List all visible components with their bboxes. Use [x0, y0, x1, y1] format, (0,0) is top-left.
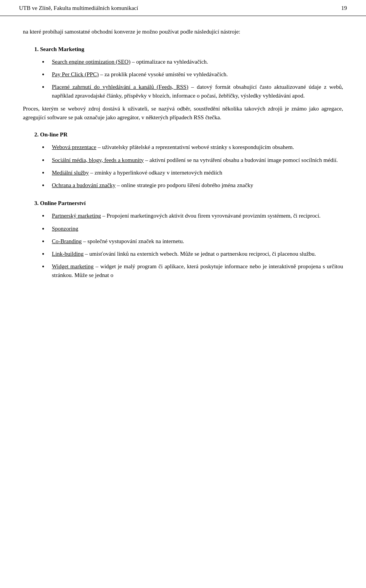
bullet-icon: •	[42, 181, 49, 191]
bullet-icon: •	[42, 168, 49, 178]
section-2: 2. On-line PR • Webová prezentace – uživ…	[23, 130, 343, 191]
section-2-heading: 2. On-line PR	[34, 130, 343, 139]
bullet-icon: •	[42, 58, 49, 67]
bullet-icon: •	[42, 262, 49, 272]
bullet-icon: •	[42, 211, 49, 221]
section-1-heading: 1. Search Marketing	[34, 45, 343, 54]
header-title: UTB ve Zlíně, Fakulta multimediálních ko…	[19, 4, 138, 13]
page-header: UTB ve Zlíně, Fakulta multimediálních ko…	[0, 0, 366, 16]
item-underline: Link-building	[52, 251, 83, 257]
list-item: • Link-building – umisťování linků na ex…	[23, 250, 343, 259]
bullet-icon: •	[42, 237, 49, 247]
item-underline: Search engine optimization (SEO)	[52, 59, 130, 65]
item-underline: Sociální média, blogy, feeds a komunity	[52, 157, 144, 163]
item-underline: Ochrana a budování značky	[52, 182, 116, 188]
item-text: Co-Branding – společné vystupování znače…	[52, 237, 343, 246]
list-item: • Mediální služby – zmínky a hyperlinkov…	[23, 168, 343, 178]
list-item: • Sponzoring	[23, 224, 343, 234]
bullet-icon: •	[42, 83, 49, 92]
section-3-heading: 3. Online Partnerství	[34, 199, 343, 208]
section-1: 1. Search Marketing • Search engine opti…	[23, 45, 343, 122]
section-3-list: • Partnerský marketing – Propojení marke…	[23, 211, 343, 280]
section-3: 3. Online Partnerství • Partnerský marke…	[23, 199, 343, 280]
item-text: Search engine optimization (SEO) – optim…	[52, 58, 343, 66]
item-text: Pay Per Click (PPC) – za proklik placené…	[52, 70, 343, 79]
item-underline: Sponzoring	[52, 226, 78, 232]
header-page-number: 19	[341, 4, 347, 13]
list-item: • Co-Branding – společné vystupování zna…	[23, 237, 343, 247]
item-text: Webová prezentace – uživatelsky přátelsk…	[52, 143, 343, 152]
bullet-icon: •	[42, 143, 49, 152]
main-content: na které probíhají samostatné obchodní k…	[0, 27, 366, 299]
item-text: Sociální média, blogy, feeds a komunity …	[52, 156, 343, 165]
page: UTB ve Zlíně, Fakulta multimediálních ko…	[0, 0, 366, 588]
list-item: • Widget marketing – widget je malý prog…	[23, 262, 343, 280]
item-text: Partnerský marketing – Propojení marketi…	[52, 211, 343, 220]
section-1-continuation: Proces, kterým se webový zdroj dostává k…	[23, 104, 343, 122]
item-text: Sponzoring	[52, 224, 343, 233]
item-text: Ochrana a budování značky – online strat…	[52, 181, 343, 190]
section-2-list: • Webová prezentace – uživatelsky přátel…	[23, 143, 343, 191]
list-item: • Sociální média, blogy, feeds a komunit…	[23, 156, 343, 165]
intro-paragraph: na které probíhají samostatné obchodní k…	[23, 27, 343, 36]
item-underline: Placené zahrnutí do vyhledávání a kanálů…	[52, 84, 188, 90]
item-underline: Widget marketing	[52, 263, 93, 269]
list-item: • Ochrana a budování značky – online str…	[23, 181, 343, 191]
bullet-icon: •	[42, 224, 49, 234]
list-item: • Partnerský marketing – Propojení marke…	[23, 211, 343, 221]
list-item: • Pay Per Click (PPC) – za proklik place…	[23, 70, 343, 80]
item-underline: Pay Per Click (PPC)	[52, 71, 99, 77]
item-underline: Partnerský marketing	[52, 213, 101, 219]
item-text: Link-building – umisťování linků na exte…	[52, 250, 343, 258]
bullet-icon: •	[42, 156, 49, 165]
list-item: • Placené zahrnutí do vyhledávání a kaná…	[23, 83, 343, 101]
list-item: • Webová prezentace – uživatelsky přátel…	[23, 143, 343, 152]
item-text: Widget marketing – widget je malý progra…	[52, 262, 343, 280]
item-text: Mediální služby – zmínky a hyperlinkové …	[52, 168, 343, 177]
item-underline: Co-Branding	[52, 238, 82, 244]
section-1-list: • Search engine optimization (SEO) – opt…	[23, 58, 343, 101]
item-underline: Mediální služby	[52, 170, 89, 176]
bullet-icon: •	[42, 250, 49, 259]
bullet-icon: •	[42, 70, 49, 80]
item-text: Placené zahrnutí do vyhledávání a kanálů…	[52, 83, 343, 101]
list-item: • Search engine optimization (SEO) – opt…	[23, 58, 343, 67]
item-underline: Webová prezentace	[52, 144, 96, 150]
